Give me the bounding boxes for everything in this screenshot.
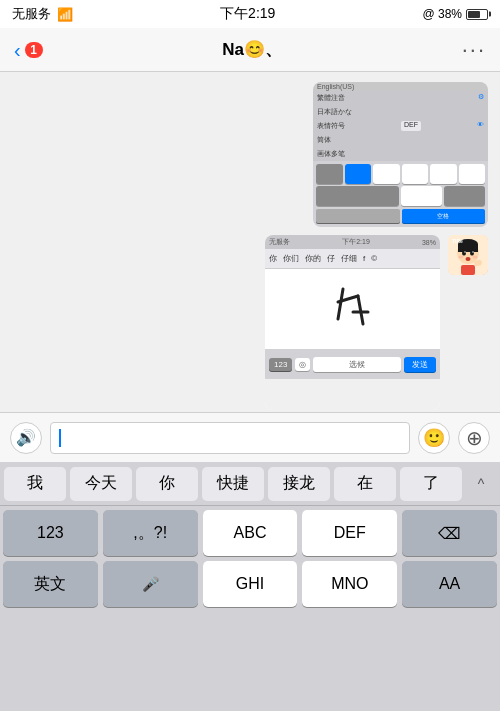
- svg-point-9: [472, 251, 473, 252]
- pred-item-6[interactable]: 了: [400, 467, 462, 501]
- pred-item-2[interactable]: 你: [136, 467, 198, 501]
- key-123-label: 123: [37, 524, 64, 542]
- svg-text:TIRe: TIRe: [452, 238, 463, 244]
- emoji-button[interactable]: 🙂: [418, 422, 450, 454]
- key-123[interactable]: 123: [3, 510, 98, 556]
- chevron-up-icon: ^: [478, 476, 485, 492]
- pred-item-5[interactable]: 在: [334, 467, 396, 501]
- backspace-button[interactable]: ⌫: [402, 510, 497, 556]
- status-time: 下午2:19: [220, 5, 275, 23]
- message-row: English(US) 繁體注音 ⚙ 日本語かな 表情符号 DEF 👁 简体 画…: [12, 82, 488, 227]
- pred-item-3[interactable]: 快捷: [202, 467, 264, 501]
- add-button[interactable]: ⊕: [458, 422, 490, 454]
- signal-label: @ 38%: [422, 7, 462, 21]
- voice-icon: 🔊: [16, 428, 36, 447]
- wifi-icon: 📶: [57, 7, 73, 22]
- svg-point-12: [466, 257, 471, 261]
- input-area: 🔊 🙂 ⊕: [0, 412, 500, 462]
- key-mic[interactable]: 🎤: [103, 561, 198, 607]
- handwriting-message-row: 无服务 下午2:19 38% 你 你们 你的 仔 仔细 f ©: [12, 235, 488, 410]
- keyboard-area: 我 今天 你 快捷 接龙 在 了 ^ 123 ,。?! ABC DEF ⌫: [0, 462, 500, 711]
- carrier-label: 无服务: [12, 5, 51, 23]
- chevron-left-icon: ‹: [14, 40, 21, 60]
- text-cursor: [59, 429, 61, 447]
- pred-item-1[interactable]: 今天: [70, 467, 132, 501]
- svg-point-11: [473, 256, 478, 259]
- key-row-1: 123 ,。?! ABC DEF ⌫: [3, 510, 497, 556]
- mic-icon: 🎤: [142, 576, 159, 592]
- voice-button[interactable]: 🔊: [10, 422, 42, 454]
- key-yingwen[interactable]: 英文: [3, 561, 98, 607]
- keys-section: 123 ,。?! ABC DEF ⌫ 英文 🎤 GHI: [0, 506, 500, 711]
- chat-area: English(US) 繁體注音 ⚙ 日本語かな 表情符号 DEF 👁 简体 画…: [0, 72, 500, 412]
- more-button[interactable]: ···: [462, 37, 486, 63]
- status-right: @ 38%: [422, 7, 488, 21]
- key-aa-label: AA: [439, 575, 460, 593]
- status-bar: 无服务 📶 下午2:19 @ 38%: [0, 0, 500, 28]
- key-def-label: DEF: [334, 524, 366, 542]
- svg-point-8: [464, 251, 465, 252]
- avatar: TIRe: [448, 235, 488, 275]
- key-def[interactable]: DEF: [302, 510, 397, 556]
- pred-item-4[interactable]: 接龙: [268, 467, 330, 501]
- predictive-expand-button[interactable]: ^: [466, 467, 496, 501]
- screenshot-message[interactable]: English(US) 繁體注音 ⚙ 日本語かな 表情符号 DEF 👁 简体 画…: [313, 82, 488, 227]
- key-ghi[interactable]: GHI: [203, 561, 298, 607]
- key-row-2: 英文 🎤 GHI MNO AA: [3, 561, 497, 607]
- svg-rect-13: [461, 265, 475, 275]
- key-mno-label: MNO: [331, 575, 368, 593]
- pred-item-0[interactable]: 我: [4, 467, 66, 501]
- key-abc-label: ABC: [234, 524, 267, 542]
- status-left: 无服务 📶: [12, 5, 73, 23]
- backspace-icon: ⌫: [438, 524, 461, 543]
- key-mno[interactable]: MNO: [302, 561, 397, 607]
- unread-badge: 1: [25, 42, 43, 58]
- key-punct[interactable]: ,。?!: [103, 510, 198, 556]
- key-abc[interactable]: ABC: [203, 510, 298, 556]
- emoji-icon: 🙂: [423, 427, 445, 449]
- key-punct-label: ,。?!: [133, 523, 167, 544]
- plus-icon: ⊕: [466, 426, 483, 450]
- message-input[interactable]: [50, 422, 410, 454]
- battery-icon: [466, 9, 488, 20]
- nav-bar: ‹ 1 Na😊、 ···: [0, 28, 500, 72]
- key-ghi-label: GHI: [236, 575, 264, 593]
- key-aa[interactable]: AA: [402, 561, 497, 607]
- svg-point-7: [470, 251, 474, 256]
- chat-title: Na😊、: [222, 38, 282, 61]
- key-yingwen-label: 英文: [34, 574, 66, 595]
- svg-point-10: [459, 256, 464, 259]
- svg-point-6: [462, 251, 466, 256]
- predictive-bar: 我 今天 你 快捷 接龙 在 了 ^: [0, 462, 500, 506]
- back-button[interactable]: ‹ 1: [14, 40, 43, 60]
- handwriting-message[interactable]: 无服务 下午2:19 38% 你 你们 你的 仔 仔细 f ©: [265, 235, 440, 410]
